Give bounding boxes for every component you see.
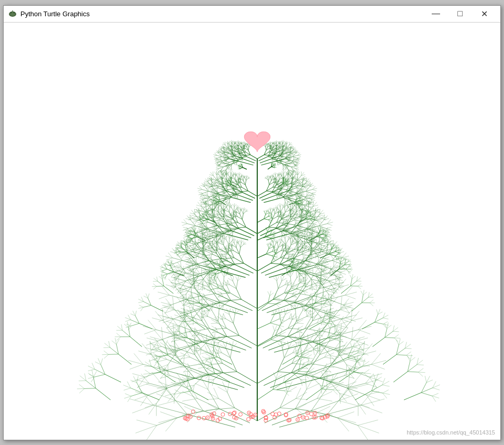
close-button[interactable]: ✕ [472, 5, 496, 22]
window-controls: — □ ✕ [424, 5, 496, 22]
minimize-button[interactable]: — [424, 5, 448, 22]
window-title: Python Turtle Graphics [20, 10, 424, 18]
title-bar: Python Turtle Graphics — □ ✕ [4, 6, 500, 23]
maximize-button[interactable]: □ [448, 5, 472, 22]
app-icon [8, 9, 17, 18]
canvas-area: https://blog.csdn.net/qq_45014315 [4, 23, 500, 440]
watermark: https://blog.csdn.net/qq_45014315 [407, 429, 495, 436]
app-window: Python Turtle Graphics — □ ✕ https://blo… [3, 5, 501, 440]
tree-canvas [4, 23, 500, 440]
